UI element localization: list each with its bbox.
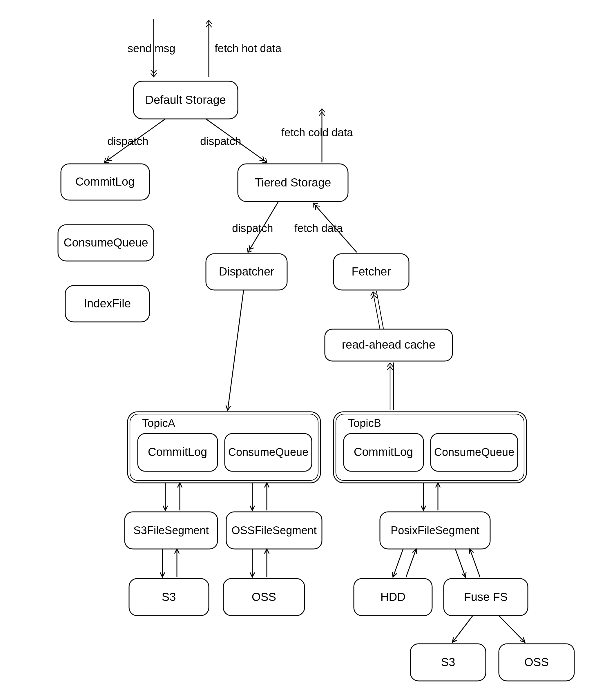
label-topicA-consumequeue: ConsumeQueue xyxy=(228,446,309,458)
label-hdd: HDD xyxy=(380,590,406,603)
label-dispatch-left: dispatch xyxy=(107,135,148,147)
architecture-diagram: send msg fetch hot data Default Storage … xyxy=(0,0,616,696)
label-topicB-consumequeue: ConsumeQueue xyxy=(434,446,515,458)
edge-fuse-ossb xyxy=(499,616,525,642)
label-consumequeue: ConsumeQueue xyxy=(64,236,148,249)
edge-hdd-posix-up xyxy=(406,549,416,577)
edge-cache-fetcher-1 xyxy=(373,292,380,329)
label-s3: S3 xyxy=(162,590,176,603)
label-dispatcher: Dispatcher xyxy=(219,265,274,278)
label-send-msg: send msg xyxy=(128,42,175,54)
label-topicB: TopicB xyxy=(348,417,381,429)
edge-fuse-s3b xyxy=(453,616,473,642)
label-ts-dispatch: dispatch xyxy=(232,222,273,234)
label-ts-fetchdata: fetch data xyxy=(294,222,343,234)
label-posixfilesegment: PosixFileSegment xyxy=(391,524,480,537)
label-s3filesegment: S3FileSegment xyxy=(133,524,209,537)
label-read-ahead-cache: read-ahead cache xyxy=(342,338,435,351)
label-default-storage: Default Storage xyxy=(145,93,226,106)
label-dispatch-right: dispatch xyxy=(200,135,241,147)
label-fetcher: Fetcher xyxy=(351,265,391,278)
label-indexfile: IndexFile xyxy=(84,297,131,310)
label-fetch-cold: fetch cold data xyxy=(281,126,353,139)
edge-dispatcher-topicA xyxy=(228,290,243,410)
label-topicB-commitlog: CommitLog xyxy=(354,445,413,458)
label-topicA-commitlog: CommitLog xyxy=(148,445,207,458)
label-tiered-storage: Tiered Storage xyxy=(255,176,331,189)
label-fusefs: Fuse FS xyxy=(464,590,507,603)
label-topicA: TopicA xyxy=(142,417,175,429)
label-oss: OSS xyxy=(252,590,276,603)
label-fetch-hot: fetch hot data xyxy=(215,42,282,54)
edge-cache-fetcher-2 xyxy=(377,291,383,329)
edge-posix-hdd-down xyxy=(393,549,403,577)
edge-fuse-posix-up xyxy=(470,549,480,577)
label-ossfilesegment: OSSFileSegment xyxy=(232,524,317,537)
label-s3-b: S3 xyxy=(441,656,455,668)
label-oss-b: OSS xyxy=(524,656,549,668)
label-commitlog: CommitLog xyxy=(75,175,135,188)
edge-posix-fuse-down xyxy=(455,549,465,577)
